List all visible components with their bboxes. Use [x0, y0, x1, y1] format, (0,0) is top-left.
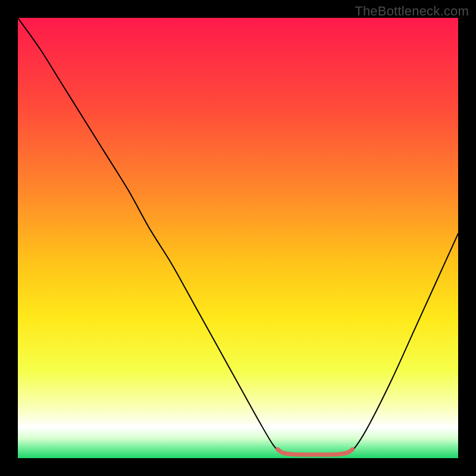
chart-svg — [18, 18, 458, 458]
plot-area — [18, 18, 458, 458]
gradient-background — [18, 18, 458, 458]
chart-frame: TheBottleneck.com — [0, 0, 476, 476]
watermark-text: TheBottleneck.com — [355, 4, 469, 19]
